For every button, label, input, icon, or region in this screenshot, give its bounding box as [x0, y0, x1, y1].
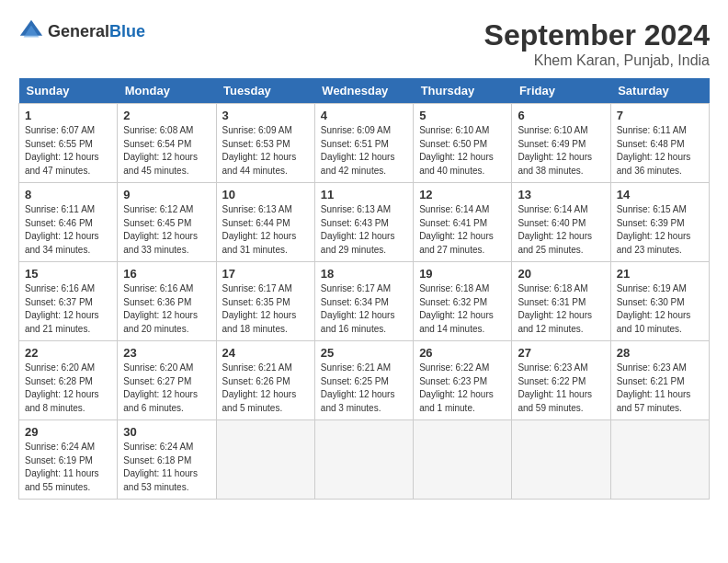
calendar-week-2: 8Sunrise: 6:11 AM Sunset: 6:46 PM Daylig… [19, 183, 710, 262]
calendar-cell [610, 420, 709, 500]
day-info: Sunrise: 6:23 AM Sunset: 6:22 PM Dayligh… [518, 362, 604, 415]
logo: GeneralBlue [18, 18, 145, 44]
calendar-cell: 16Sunrise: 6:16 AM Sunset: 6:36 PM Dayli… [118, 262, 216, 341]
calendar-cell: 30Sunrise: 6:24 AM Sunset: 6:18 PM Dayli… [118, 420, 216, 500]
day-number: 11 [321, 188, 407, 201]
day-number: 29 [25, 425, 111, 439]
calendar-cell: 4Sunrise: 6:09 AM Sunset: 6:51 PM Daylig… [314, 104, 413, 183]
day-number: 16 [123, 267, 210, 281]
calendar-cell: 13Sunrise: 6:14 AM Sunset: 6:40 PM Dayli… [512, 183, 610, 262]
calendar-week-4: 22Sunrise: 6:20 AM Sunset: 6:28 PM Dayli… [19, 341, 710, 420]
day-info: Sunrise: 6:23 AM Sunset: 6:21 PM Dayligh… [617, 362, 703, 415]
calendar-cell: 19Sunrise: 6:18 AM Sunset: 6:32 PM Dayli… [414, 262, 512, 341]
calendar-cell: 3Sunrise: 6:09 AM Sunset: 6:53 PM Daylig… [216, 104, 314, 183]
day-info: Sunrise: 6:13 AM Sunset: 6:44 PM Dayligh… [222, 203, 309, 257]
day-number: 26 [419, 346, 506, 360]
day-number: 1 [25, 109, 111, 122]
day-header-saturday: Saturday [610, 78, 709, 104]
day-number: 24 [222, 346, 309, 360]
day-info: Sunrise: 6:13 AM Sunset: 6:43 PM Dayligh… [321, 203, 407, 257]
day-header-tuesday: Tuesday [216, 78, 314, 104]
logo-text-general: General [48, 22, 109, 40]
day-info: Sunrise: 6:21 AM Sunset: 6:26 PM Dayligh… [222, 362, 309, 415]
calendar-header-row: SundayMondayTuesdayWednesdayThursdayFrid… [19, 78, 710, 104]
day-info: Sunrise: 6:16 AM Sunset: 6:36 PM Dayligh… [123, 282, 210, 336]
day-info: Sunrise: 6:14 AM Sunset: 6:40 PM Dayligh… [518, 203, 604, 257]
day-info: Sunrise: 6:16 AM Sunset: 6:37 PM Dayligh… [25, 282, 111, 336]
day-number: 20 [518, 267, 604, 281]
calendar-cell: 12Sunrise: 6:14 AM Sunset: 6:41 PM Dayli… [414, 183, 512, 262]
day-info: Sunrise: 6:11 AM Sunset: 6:48 PM Dayligh… [617, 124, 703, 178]
calendar-cell: 24Sunrise: 6:21 AM Sunset: 6:26 PM Dayli… [216, 341, 314, 420]
day-number: 22 [25, 346, 111, 360]
calendar-cell: 2Sunrise: 6:08 AM Sunset: 6:54 PM Daylig… [118, 104, 216, 183]
day-info: Sunrise: 6:24 AM Sunset: 6:19 PM Dayligh… [25, 441, 111, 494]
day-number: 27 [518, 346, 604, 360]
day-number: 15 [25, 267, 111, 281]
calendar-cell: 11Sunrise: 6:13 AM Sunset: 6:43 PM Dayli… [314, 183, 413, 262]
day-info: Sunrise: 6:20 AM Sunset: 6:27 PM Dayligh… [123, 362, 210, 415]
day-number: 2 [123, 109, 210, 122]
day-number: 8 [25, 188, 111, 201]
day-header-friday: Friday [512, 78, 610, 104]
page-header: GeneralBlue September 2024 Khem Karan, P… [18, 18, 710, 69]
day-header-thursday: Thursday [414, 78, 512, 104]
day-number: 3 [222, 109, 309, 122]
day-info: Sunrise: 6:17 AM Sunset: 6:34 PM Dayligh… [321, 282, 407, 336]
calendar-cell [314, 420, 413, 500]
month-title: September 2024 [484, 18, 710, 52]
day-info: Sunrise: 6:18 AM Sunset: 6:31 PM Dayligh… [518, 282, 604, 336]
calendar-cell: 27Sunrise: 6:23 AM Sunset: 6:22 PM Dayli… [512, 341, 610, 420]
day-number: 6 [518, 109, 604, 122]
calendar-cell: 9Sunrise: 6:12 AM Sunset: 6:45 PM Daylig… [118, 183, 216, 262]
title-block: September 2024 Khem Karan, Punjab, India [484, 18, 710, 69]
calendar-table: SundayMondayTuesdayWednesdayThursdayFrid… [18, 78, 710, 500]
calendar-cell: 17Sunrise: 6:17 AM Sunset: 6:35 PM Dayli… [216, 262, 314, 341]
calendar-cell [414, 420, 512, 500]
calendar-cell: 29Sunrise: 6:24 AM Sunset: 6:19 PM Dayli… [19, 420, 118, 500]
day-header-sunday: Sunday [19, 78, 118, 104]
day-number: 9 [123, 188, 210, 201]
calendar-week-5: 29Sunrise: 6:24 AM Sunset: 6:19 PM Dayli… [19, 420, 710, 500]
calendar-cell: 21Sunrise: 6:19 AM Sunset: 6:30 PM Dayli… [610, 262, 709, 341]
calendar-cell: 22Sunrise: 6:20 AM Sunset: 6:28 PM Dayli… [19, 341, 118, 420]
day-number: 25 [321, 346, 407, 360]
day-info: Sunrise: 6:12 AM Sunset: 6:45 PM Dayligh… [123, 203, 210, 257]
day-number: 23 [123, 346, 210, 360]
logo-icon [18, 18, 44, 44]
calendar-cell: 28Sunrise: 6:23 AM Sunset: 6:21 PM Dayli… [610, 341, 709, 420]
day-number: 17 [222, 267, 309, 281]
day-info: Sunrise: 6:19 AM Sunset: 6:30 PM Dayligh… [617, 282, 703, 336]
calendar-cell: 14Sunrise: 6:15 AM Sunset: 6:39 PM Dayli… [610, 183, 709, 262]
calendar-cell [216, 420, 314, 500]
day-info: Sunrise: 6:14 AM Sunset: 6:41 PM Dayligh… [419, 203, 506, 257]
day-info: Sunrise: 6:08 AM Sunset: 6:54 PM Dayligh… [123, 124, 210, 178]
day-number: 30 [123, 425, 210, 439]
calendar-cell: 15Sunrise: 6:16 AM Sunset: 6:37 PM Dayli… [19, 262, 118, 341]
day-info: Sunrise: 6:21 AM Sunset: 6:25 PM Dayligh… [321, 362, 407, 415]
day-number: 14 [617, 188, 703, 201]
location-title: Khem Karan, Punjab, India [484, 52, 710, 69]
day-info: Sunrise: 6:07 AM Sunset: 6:55 PM Dayligh… [25, 124, 111, 178]
calendar-cell: 7Sunrise: 6:11 AM Sunset: 6:48 PM Daylig… [610, 104, 709, 183]
day-number: 21 [617, 267, 703, 281]
calendar-cell: 5Sunrise: 6:10 AM Sunset: 6:50 PM Daylig… [414, 104, 512, 183]
calendar-cell: 10Sunrise: 6:13 AM Sunset: 6:44 PM Dayli… [216, 183, 314, 262]
day-info: Sunrise: 6:20 AM Sunset: 6:28 PM Dayligh… [25, 362, 111, 415]
calendar-cell: 8Sunrise: 6:11 AM Sunset: 6:46 PM Daylig… [19, 183, 118, 262]
day-number: 12 [419, 188, 506, 201]
day-number: 19 [419, 267, 506, 281]
calendar-cell [512, 420, 610, 500]
day-number: 7 [617, 109, 703, 122]
day-info: Sunrise: 6:17 AM Sunset: 6:35 PM Dayligh… [222, 282, 309, 336]
logo-text-blue: Blue [109, 22, 145, 40]
calendar-week-1: 1Sunrise: 6:07 AM Sunset: 6:55 PM Daylig… [19, 104, 710, 183]
day-header-monday: Monday [118, 78, 216, 104]
calendar-week-3: 15Sunrise: 6:16 AM Sunset: 6:37 PM Dayli… [19, 262, 710, 341]
calendar-cell: 20Sunrise: 6:18 AM Sunset: 6:31 PM Dayli… [512, 262, 610, 341]
calendar-cell: 18Sunrise: 6:17 AM Sunset: 6:34 PM Dayli… [314, 262, 413, 341]
day-info: Sunrise: 6:09 AM Sunset: 6:51 PM Dayligh… [321, 124, 407, 178]
calendar-cell: 26Sunrise: 6:22 AM Sunset: 6:23 PM Dayli… [414, 341, 512, 420]
day-info: Sunrise: 6:10 AM Sunset: 6:49 PM Dayligh… [518, 124, 604, 178]
calendar-cell: 1Sunrise: 6:07 AM Sunset: 6:55 PM Daylig… [19, 104, 118, 183]
